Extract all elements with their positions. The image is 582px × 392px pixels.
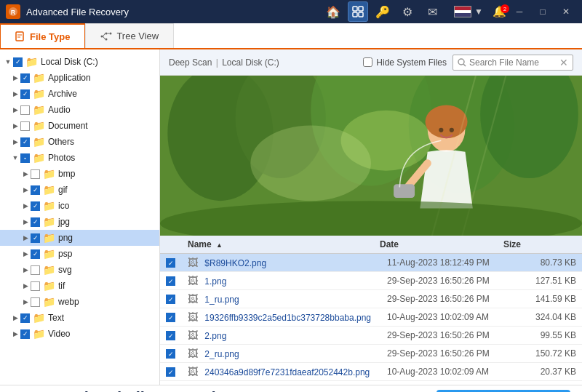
expand-icon: ▶: [20, 282, 31, 289]
tree-item-tif[interactable]: ▶ 📁 tif: [0, 278, 159, 294]
svg-point-28: [439, 128, 443, 132]
breadcrumb-disk: Local Disk (C:): [222, 57, 279, 68]
header-size[interactable]: Size: [503, 239, 569, 249]
row-checkbox[interactable]: ✓: [166, 367, 175, 377]
file-name-cell: 🖼 2.png: [188, 329, 387, 341]
scan-icon[interactable]: [348, 1, 368, 22]
key-icon[interactable]: 🔑: [372, 1, 393, 22]
row-checkbox[interactable]: ✓: [166, 258, 175, 268]
tree-item-webp[interactable]: ▶ 📁 webp: [0, 294, 159, 310]
file-list-header: Name ▲ Date Size: [160, 236, 582, 254]
file-name: $R89HKO2.png: [204, 258, 266, 268]
folder-icon: 📁: [33, 136, 45, 148]
item-checkbox[interactable]: ▪: [20, 153, 30, 163]
language-selector[interactable]: ▼: [454, 6, 483, 17]
expand-icon: ▶: [20, 250, 31, 257]
search-clear-button[interactable]: ✕: [559, 57, 568, 68]
file-date: 10-Aug-2023 10:02:09 AM: [387, 367, 511, 377]
tree-item-psp[interactable]: ▶ ✓ 📁 psp: [0, 246, 159, 262]
item-checkbox[interactable]: [31, 281, 40, 291]
file-row[interactable]: ✓ 🖼 $R89HKO2.png 11-Aug-2023 18:12:49 PM…: [160, 254, 582, 272]
tree-item-svg[interactable]: ▶ 📁 svg: [0, 262, 159, 278]
search-box: ✕: [453, 55, 573, 71]
item-checkbox[interactable]: [20, 121, 30, 131]
item-checkbox[interactable]: ✓: [20, 313, 30, 323]
item-label: bmp: [58, 169, 75, 179]
svg-rect-30: [394, 184, 415, 198]
svg-point-14: [110, 32, 112, 34]
item-checkbox[interactable]: ✓: [20, 329, 30, 339]
folder-icon: 📁: [43, 280, 55, 292]
row-checkbox[interactable]: ✓: [166, 276, 175, 286]
item-checkbox[interactable]: ✓: [20, 89, 30, 99]
breadcrumb: Deep Scan | Local Disk (C:): [169, 57, 279, 68]
tree-item-png[interactable]: ▶ ✓ 📁 png: [0, 230, 159, 246]
preview-image: [160, 76, 582, 236]
item-checkbox[interactable]: ✓: [31, 201, 40, 211]
svg-line-17: [463, 64, 466, 66]
tree-item-document[interactable]: ▶ 📁 Document: [0, 118, 159, 134]
right-panel: Deep Scan | Local Disk (C:) Hide System …: [160, 49, 582, 385]
tree-item-text[interactable]: ▶ ✓ 📁 Text: [0, 310, 159, 326]
folder-icon: 📁: [25, 56, 38, 68]
tree-item-archive[interactable]: ▶ ✓ 📁 Archive: [0, 86, 159, 102]
item-checkbox[interactable]: ✓: [20, 73, 30, 83]
tree-item-others[interactable]: ▶ ✓ 📁 Others: [0, 134, 159, 150]
item-checkbox[interactable]: ✓: [31, 249, 40, 259]
tree-item-photos[interactable]: ▼ ▪ 📁 Photos: [0, 150, 159, 166]
row-checkbox[interactable]: ✓: [166, 331, 175, 340]
recover-now-button[interactable]: RECOVER NOW: [436, 390, 570, 393]
notification-icon[interactable]: 🔔 2: [489, 4, 509, 19]
home-icon[interactable]: 🏠: [323, 1, 343, 22]
item-checkbox[interactable]: [31, 169, 40, 179]
maximize-button[interactable]: □: [533, 4, 553, 19]
header-name[interactable]: Name ▲: [188, 239, 380, 249]
expand-icon: ▶: [10, 314, 20, 321]
tree-item-video[interactable]: ▶ ✓ 📁 Video: [0, 326, 159, 342]
item-checkbox[interactable]: [20, 105, 30, 115]
row-checkbox[interactable]: ✓: [166, 313, 175, 322]
item-label: tif: [58, 281, 65, 291]
main-content: ▼ ✓ 📁 Local Disk (C:) ▶ ✓ 📁 Application …: [0, 49, 582, 385]
expand-icon: ▶: [10, 122, 20, 129]
file-row[interactable]: ✓ 🖼 2.png 29-Sep-2023 16:50:26 PM 99.55 …: [160, 327, 582, 345]
file-row[interactable]: ✓ 🖼 240346a9d89f7e7231fdaeaf2052442b.png…: [160, 363, 582, 381]
item-checkbox[interactable]: [31, 265, 40, 275]
row-checkbox[interactable]: ✓: [166, 295, 175, 304]
item-label: Video: [48, 329, 70, 339]
tree-item-ico[interactable]: ▶ ✓ 📁 ico: [0, 198, 159, 214]
item-checkbox[interactable]: ✓: [31, 217, 40, 227]
close-button[interactable]: ✕: [556, 4, 576, 19]
file-row[interactable]: ✓ 🖼 1.png 29-Sep-2023 16:50:26 PM 127.51…: [160, 272, 582, 290]
settings-icon[interactable]: ⚙: [397, 1, 418, 22]
expand-icon: ▶: [10, 138, 20, 145]
mail-icon[interactable]: ✉: [422, 1, 442, 22]
hide-system-files-toggle[interactable]: Hide System Files: [363, 57, 447, 68]
item-checkbox[interactable]: [31, 297, 40, 307]
root-checkbox[interactable]: ✓: [13, 57, 23, 67]
file-name-cell: 🖼 2_ru.png: [188, 348, 387, 359]
file-row[interactable]: ✓ 🖼 1_ru.png 29-Sep-2023 16:50:26 PM 141…: [160, 290, 582, 308]
tree-item-jpg[interactable]: ▶ ✓ 📁 jpg: [0, 214, 159, 230]
tree-item-gif[interactable]: ▶ ✓ 📁 gif: [0, 182, 159, 198]
row-checkbox[interactable]: ✓: [166, 349, 175, 359]
tab-tree-view[interactable]: Tree View: [85, 23, 174, 48]
tree-root[interactable]: ▼ ✓ 📁 Local Disk (C:): [0, 54, 159, 70]
item-checkbox[interactable]: ✓: [31, 185, 40, 195]
search-input[interactable]: [469, 57, 557, 68]
item-checkbox[interactable]: ✓: [31, 233, 40, 243]
hide-sys-checkbox[interactable]: [363, 57, 372, 67]
tab-file-type[interactable]: File Type: [0, 23, 85, 48]
header-date[interactable]: Date: [380, 239, 503, 249]
tab-tree-view-label: Tree View: [116, 31, 159, 41]
file-row[interactable]: ✓ 🖼 19326ffb9339c2a5ed1bc373728bbaba.png…: [160, 308, 582, 327]
file-row[interactable]: ✓ 🖼 2_ru.png 29-Sep-2023 16:50:26 PM 150…: [160, 345, 582, 363]
svg-line-12: [103, 33, 105, 36]
minimize-button[interactable]: ─: [509, 4, 530, 19]
tree-item-bmp[interactable]: ▶ 📁 bmp: [0, 166, 159, 182]
file-size: 80.73 KB: [511, 257, 576, 268]
tree-item-application[interactable]: ▶ ✓ 📁 Application: [0, 70, 159, 86]
tree-item-audio[interactable]: ▶ 📁 Audio: [0, 102, 159, 118]
item-checkbox[interactable]: ✓: [20, 137, 30, 147]
folder-icon: 📁: [33, 88, 45, 100]
